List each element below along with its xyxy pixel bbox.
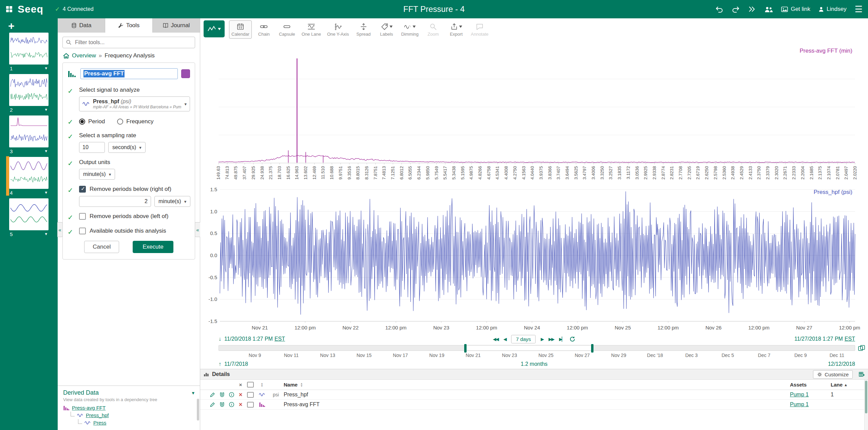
remove-below-input[interactable] bbox=[79, 196, 151, 207]
date-range-icon[interactable] bbox=[858, 345, 865, 353]
info-icon[interactable] bbox=[227, 392, 236, 397]
duration-button[interactable]: 7 days bbox=[511, 335, 535, 343]
collapse-worksheets-handle[interactable]: « bbox=[57, 222, 63, 237]
breadcrumb-overview-link[interactable]: Overview bbox=[72, 52, 96, 59]
worksheet-thumbnail-2[interactable]: 2▾ bbox=[0, 74, 58, 113]
signal-series-label[interactable]: Press_hpf (psi) bbox=[814, 189, 852, 196]
magnet-icon[interactable] bbox=[217, 402, 227, 407]
edit-icon[interactable] bbox=[208, 392, 217, 397]
scrollbar-thumb[interactable] bbox=[865, 381, 867, 413]
table-row[interactable]: ×Press-avg FFTPump 1 bbox=[200, 400, 868, 410]
signal-select-dropdown[interactable]: Press_hpf (psi) mple-AF » All Areas » PI… bbox=[79, 96, 190, 111]
assets-column-header[interactable]: Assets bbox=[790, 382, 807, 388]
magnet-icon[interactable] bbox=[217, 392, 227, 397]
worksheet-thumbnail-1[interactable]: 1▾ bbox=[0, 33, 58, 71]
step-back-icon[interactable]: ◀ bbox=[503, 337, 506, 342]
play-icon[interactable]: ▶ bbox=[541, 337, 544, 342]
frequency-radio[interactable]: Frequency bbox=[117, 118, 153, 125]
execute-button[interactable]: Execute bbox=[133, 241, 173, 253]
timeline-selection[interactable] bbox=[465, 345, 592, 351]
toolbar-button-one-lane[interactable]: One Lane bbox=[299, 20, 323, 39]
info-icon[interactable] bbox=[227, 402, 236, 407]
sampling-rate-input[interactable] bbox=[79, 142, 105, 153]
timeline-end-date[interactable]: 12/12/2018 bbox=[828, 361, 855, 367]
user-menu-button[interactable]: Lindsey bbox=[818, 6, 847, 13]
tab-data[interactable]: Data bbox=[58, 18, 105, 33]
view-selector-button[interactable] bbox=[204, 20, 225, 37]
details-scrollbar[interactable] bbox=[864, 380, 868, 430]
color-swatch-button[interactable] bbox=[181, 69, 190, 78]
timeline-start[interactable]: ↑ 11/7/2018 bbox=[219, 361, 248, 367]
refresh-icon[interactable] bbox=[570, 336, 575, 342]
row-checkbox[interactable] bbox=[247, 392, 254, 398]
remove-above-checkbox[interactable]: Remove periods above (left of) bbox=[79, 213, 190, 220]
row-checkbox[interactable] bbox=[247, 402, 254, 408]
lane-column-header[interactable]: Lane bbox=[831, 382, 843, 388]
tab-journal[interactable]: Journal bbox=[153, 18, 200, 33]
edit-icon[interactable] bbox=[208, 402, 217, 407]
toolbar-button-spread[interactable]: Spread bbox=[353, 20, 374, 39]
chevron-down-icon[interactable]: ▾ bbox=[45, 231, 47, 237]
collapse-tools-panel-handle[interactable]: « bbox=[195, 222, 200, 237]
chevron-down-icon[interactable]: ▾ bbox=[45, 66, 47, 71]
add-column-icon[interactable] bbox=[859, 372, 865, 377]
range-end[interactable]: 11/27/2018 1:27 PMEST bbox=[794, 336, 855, 342]
toolbar-button-calendar[interactable]: Calendar bbox=[229, 20, 252, 39]
chevron-down-icon[interactable]: ▾ bbox=[45, 148, 47, 154]
cancel-button[interactable]: Cancel bbox=[84, 241, 119, 253]
worksheet-thumbnail-5[interactable]: 5▾ bbox=[0, 198, 58, 237]
fast-forward-icon[interactable]: ▶▶ bbox=[549, 337, 554, 342]
seeq-logo[interactable]: Seeq bbox=[18, 3, 43, 15]
remove-icon[interactable]: × bbox=[236, 401, 245, 408]
toolbar-button-one-y-axis[interactable]: One Y-Axis bbox=[325, 20, 351, 39]
chevron-down-icon[interactable]: ▾ bbox=[45, 190, 47, 196]
undo-button[interactable] bbox=[715, 6, 723, 13]
connection-status[interactable]: ✓ 4 Connected bbox=[55, 5, 94, 13]
timezone-link[interactable]: EST bbox=[275, 336, 285, 342]
jump-to-end-icon[interactable]: ▶▏ bbox=[559, 337, 565, 342]
available-outside-checkbox[interactable]: Available outside this analysis bbox=[79, 228, 190, 234]
toolbar-button-chain[interactable]: Chain bbox=[253, 20, 275, 39]
asset-link[interactable]: Pump 1 bbox=[790, 392, 809, 398]
timeline-track[interactable] bbox=[219, 345, 855, 351]
remove-all-icon[interactable]: × bbox=[236, 382, 245, 388]
name-column-header[interactable]: Name bbox=[284, 382, 298, 388]
fft-series-label[interactable]: Press-avg FFT (min) bbox=[799, 48, 852, 54]
range-start[interactable]: ↓ 11/20/2018 1:27 PMEST bbox=[219, 336, 285, 342]
home-icon[interactable] bbox=[63, 53, 69, 58]
chevron-down-icon[interactable]: ▾ bbox=[45, 107, 47, 113]
add-worksheet-button[interactable]: + bbox=[8, 20, 15, 31]
worksheet-thumbnail-3[interactable]: 3▾ bbox=[0, 115, 58, 154]
sort-icon[interactable]: ▲▼ bbox=[300, 382, 303, 387]
users-icon[interactable] bbox=[764, 6, 773, 13]
period-radio[interactable]: Period bbox=[79, 118, 105, 125]
toolbar-button-export[interactable]: Export bbox=[446, 20, 467, 39]
main-menu-icon[interactable]: ☰ bbox=[855, 4, 863, 15]
output-unit-dropdown[interactable]: minute(s) ▾ bbox=[79, 169, 115, 180]
sampling-unit-dropdown[interactable]: second(s) ▾ bbox=[108, 142, 146, 153]
timeline-span-label[interactable]: 1.2 months bbox=[521, 361, 547, 367]
search-input[interactable] bbox=[62, 37, 195, 48]
asset-link[interactable]: Pump 1 bbox=[790, 401, 809, 408]
signal-chart[interactable]: 1.51.00.50.0-0.5-1.0-1.5Nov 2112:00 pmNo… bbox=[200, 185, 868, 333]
below-unit-dropdown[interactable]: minute(s) ▾ bbox=[154, 196, 190, 207]
worksheet-thumbnail-4[interactable]: 4▾ bbox=[0, 157, 58, 196]
fft-chart[interactable]: 149.6374.81349.87537.40729.92524.93821.3… bbox=[200, 40, 868, 185]
select-all-checkbox[interactable] bbox=[247, 382, 254, 388]
tab-tools[interactable]: Tools bbox=[105, 18, 153, 33]
table-row[interactable]: ×psiPress_hpfPump 11 bbox=[200, 390, 868, 400]
toolbar-button-capsule[interactable]: Capsule bbox=[276, 20, 298, 39]
get-link-button[interactable]: Get link bbox=[781, 6, 810, 13]
derived-item-link[interactable]: Press_hpf bbox=[86, 412, 109, 418]
remove-below-checkbox[interactable]: Remove periods below (right of) bbox=[79, 186, 190, 193]
customize-button[interactable]: Customize bbox=[813, 370, 853, 379]
redo-button[interactable] bbox=[732, 6, 740, 13]
sort-icon[interactable]: ▲▼ bbox=[261, 382, 263, 387]
timezone-link[interactable]: EST bbox=[845, 336, 855, 342]
jump-back-icon[interactable]: ◀◀ bbox=[493, 337, 498, 342]
apps-grid-icon[interactable] bbox=[5, 5, 13, 13]
derived-item-link[interactable]: Press bbox=[93, 420, 106, 426]
remove-icon[interactable]: × bbox=[236, 391, 245, 398]
toolbar-button-dimming[interactable]: Dimming bbox=[399, 20, 421, 39]
result-name-input[interactable]: Press-avg FFT bbox=[80, 68, 178, 79]
